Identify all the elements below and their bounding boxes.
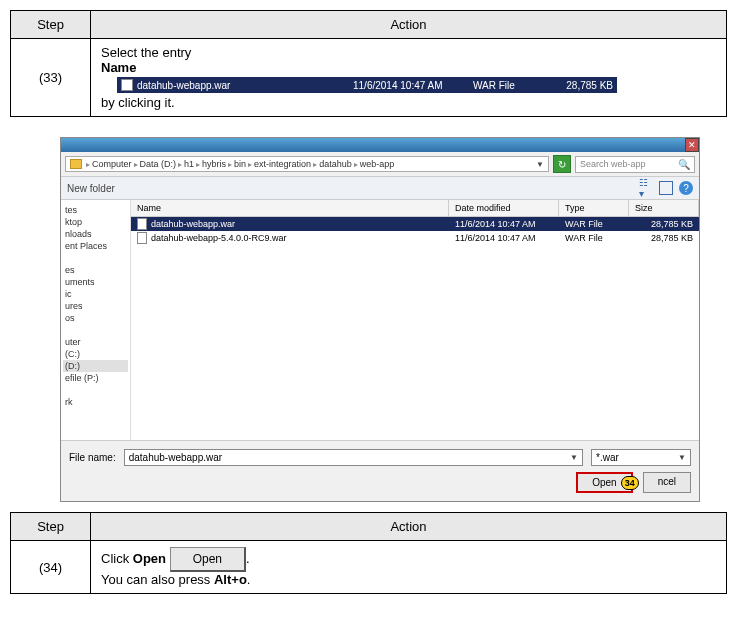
view-menu-icon[interactable]: ☷ ▾ — [639, 181, 653, 195]
row-file-type: WAR File — [559, 233, 629, 243]
crumb[interactable]: web-app — [360, 159, 395, 169]
text-click: Click — [101, 551, 133, 566]
step-header: Step — [11, 513, 91, 541]
file-row-inline[interactable]: datahub-webapp.war 11/6/2014 10:47 AM WA… — [117, 77, 617, 93]
step-33-table: Step Action (33) Select the entry Name d… — [10, 10, 727, 117]
file-name: datahub-webapp.war — [137, 80, 353, 91]
text-by-clicking: by clicking it. — [101, 95, 175, 110]
chevron-down-icon[interactable]: ▼ — [536, 160, 544, 169]
col-type[interactable]: Type — [559, 200, 629, 216]
sidebar-item — [63, 324, 128, 336]
sidebar-item[interactable]: (C:) — [63, 348, 128, 360]
file-date: 11/6/2014 10:47 AM — [353, 80, 473, 91]
open-button[interactable]: Open 34 — [576, 472, 632, 493]
file-open-dialog: ✕ ▸ Computer▸ Data (D:)▸ h1▸ hybris▸ bin… — [60, 137, 700, 502]
table-row[interactable]: datahub-webapp-5.4.0.0-RC9.war11/6/2014 … — [131, 231, 699, 245]
folder-icon — [70, 159, 82, 169]
sidebar-item[interactable]: uter — [63, 336, 128, 348]
bottom-bar: File name: datahub-webapp.war ▼ *.war ▼ … — [61, 440, 699, 501]
new-folder-button[interactable]: New folder — [67, 183, 115, 194]
sidebar-item[interactable]: (D:) — [63, 360, 128, 372]
row-file-date: 11/6/2014 10:47 AM — [449, 233, 559, 243]
chevron-down-icon[interactable]: ▼ — [678, 453, 686, 462]
filename-label: File name: — [69, 452, 116, 463]
name-label: Name — [101, 60, 136, 75]
step-33-action: Select the entry Name datahub-webapp.war… — [91, 39, 727, 117]
sidebar-item[interactable]: ktop — [63, 216, 128, 228]
crumb[interactable]: Computer — [92, 159, 132, 169]
crumb[interactable]: Data (D:) — [140, 159, 177, 169]
row-file-date: 11/6/2014 10:47 AM — [449, 219, 559, 229]
crumb[interactable]: ext-integration — [254, 159, 311, 169]
refresh-button[interactable]: ↻ — [553, 155, 571, 173]
crumb[interactable]: hybris — [202, 159, 226, 169]
row-file-name: datahub-webapp-5.4.0.0-RC9.war — [151, 233, 287, 243]
file-icon — [137, 232, 147, 244]
sidebar-item[interactable]: ent Places — [63, 240, 128, 252]
chevron-down-icon[interactable]: ▼ — [570, 453, 578, 462]
step-34-action: Click Open Open. You can also press Alt+… — [91, 541, 727, 594]
file-icon — [137, 218, 147, 230]
open-button-inline[interactable]: Open — [170, 547, 246, 572]
search-placeholder: Search web-app — [580, 159, 646, 169]
text-period: . — [246, 551, 250, 566]
crumb[interactable]: h1 — [184, 159, 194, 169]
crumb[interactable]: datahub — [319, 159, 352, 169]
close-icon[interactable]: ✕ — [685, 138, 699, 152]
filename-value: datahub-webapp.war — [129, 452, 222, 463]
row-file-type: WAR File — [559, 219, 629, 229]
row-file-size: 28,785 KB — [629, 233, 699, 243]
step-34-table: Step Action (34) Click Open Open. You ca… — [10, 512, 727, 594]
text-select-entry: Select the entry — [101, 45, 191, 60]
step-number-34: (34) — [11, 541, 91, 594]
cancel-button[interactable]: ncel — [643, 472, 691, 493]
sidebar-item[interactable]: es — [63, 264, 128, 276]
titlebar: ✕ — [61, 138, 699, 152]
file-list: Name Date modified Type Size datahub-web… — [131, 200, 699, 440]
sidebar-item[interactable]: os — [63, 312, 128, 324]
sidebar-item[interactable]: nloads — [63, 228, 128, 240]
step-callout-34: 34 — [621, 476, 639, 490]
file-type-filter[interactable]: *.war ▼ — [591, 449, 691, 466]
col-date[interactable]: Date modified — [449, 200, 559, 216]
sidebar-item[interactable]: uments — [63, 276, 128, 288]
dialog-body: tesktopnloadsent Places esumentsicuresos… — [61, 200, 699, 440]
sidebar: tesktopnloadsent Places esumentsicuresos… — [61, 200, 131, 440]
file-list-header: Name Date modified Type Size — [131, 200, 699, 217]
search-input[interactable]: Search web-app 🔍 — [575, 156, 695, 173]
text-alt-o: Alt+o — [214, 572, 247, 587]
row-file-size: 28,785 KB — [629, 219, 699, 229]
text-open-bold: Open — [133, 551, 166, 566]
action-header: Action — [91, 513, 727, 541]
step-header: Step — [11, 11, 91, 39]
preview-pane-icon[interactable] — [659, 181, 673, 195]
sidebar-item[interactable]: ic — [63, 288, 128, 300]
sidebar-item[interactable]: tes — [63, 204, 128, 216]
open-button-label: Open — [592, 477, 616, 488]
col-size[interactable]: Size — [629, 200, 699, 216]
text-alt-prefix: You can also press — [101, 572, 214, 587]
sidebar-item[interactable]: rk — [63, 396, 128, 408]
search-icon: 🔍 — [678, 159, 690, 170]
help-icon[interactable]: ? — [679, 181, 693, 195]
file-type: WAR File — [473, 80, 543, 91]
filter-value: *.war — [596, 452, 619, 463]
table-row[interactable]: datahub-webapp.war11/6/2014 10:47 AMWAR … — [131, 217, 699, 231]
action-header: Action — [91, 11, 727, 39]
col-name[interactable]: Name — [131, 200, 449, 216]
sidebar-item — [63, 252, 128, 264]
crumb[interactable]: bin — [234, 159, 246, 169]
step-number-33: (33) — [11, 39, 91, 117]
file-size: 28,785 KB — [543, 80, 613, 91]
filename-input[interactable]: datahub-webapp.war ▼ — [124, 449, 583, 466]
file-icon — [121, 79, 133, 91]
navbar: ▸ Computer▸ Data (D:)▸ h1▸ hybris▸ bin▸ … — [61, 152, 699, 176]
sidebar-item[interactable]: ures — [63, 300, 128, 312]
breadcrumb[interactable]: ▸ Computer▸ Data (D:)▸ h1▸ hybris▸ bin▸ … — [65, 156, 549, 172]
row-file-name: datahub-webapp.war — [151, 219, 235, 229]
sidebar-item — [63, 384, 128, 396]
sidebar-item[interactable]: efile (P:) — [63, 372, 128, 384]
text-period2: . — [247, 572, 251, 587]
toolbar: New folder ☷ ▾ ? — [61, 176, 699, 200]
